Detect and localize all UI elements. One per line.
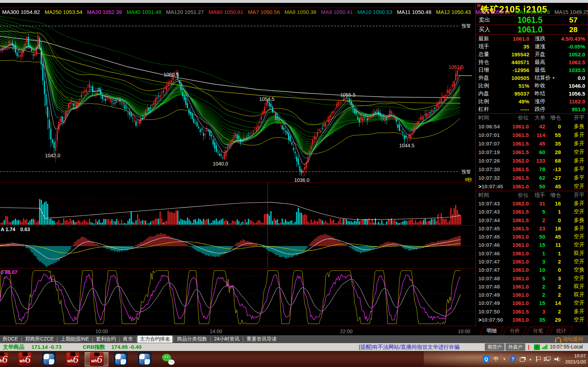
nav-tab[interactable]: 套利合约 (94, 336, 119, 343)
ma-readout-ma14: MA14 1049.78 (515, 9, 550, 15)
taskbar-app-pinwheel[interactable] (109, 352, 132, 367)
chart-area[interactable]: MA300 1054.82MA250 1053.54MA20 1052.39MA… (0, 3, 476, 335)
ma-readout-ma40: MA40 1051.48 (126, 9, 161, 15)
settlement-price-cell[interactable]: 结算价▼0.0 (532, 74, 588, 82)
wenhua-index-label: 文华商品 (3, 344, 24, 351)
tick-row: 10:07:431062.03116多开 (476, 199, 588, 208)
nav-tab[interactable]: 郑商所CZCE (22, 336, 56, 343)
input-method-icon[interactable]: 中 (493, 356, 499, 362)
quote-row: 比例49%涨停1162.0 (476, 98, 588, 106)
crb-index-values: 174.85 -0.40 (111, 344, 141, 350)
headphone-icon (555, 337, 561, 341)
quote-cell: 总量195542 (476, 50, 532, 58)
wh6-app-icon: wh6 (90, 352, 104, 366)
big-order-tick-table[interactable]: 时间价位大单增仓开平10:06:541061.0420多换10:07:01106… (476, 114, 588, 191)
scam-warning-notice: [提醒]有不法网站/直播间假冒文华进行诈骗 (359, 344, 460, 351)
system-tray: Q 中 ▼ ? ▲ ✘ 10:07 2021/1/20 (483, 351, 586, 367)
nav-tab[interactable]: 夜市 (121, 336, 136, 343)
volume-icon[interactable] (554, 357, 560, 362)
quote-cell: 最新1061.0 (476, 35, 532, 42)
quote-cell: 开盘1052.0 (532, 50, 588, 58)
ma-readout-ma7: MA7 1050.56 (248, 9, 280, 15)
windows-taskbar: wh6wh6wh6wh6 Q 中 ▼ ? ▲ ✘ 10:07 2021/1/20 (0, 351, 588, 367)
connection-grid-icon[interactable] (534, 345, 540, 350)
status-divider: | (528, 344, 529, 350)
ma-readout-ma20: MA20 1052.39 (87, 9, 122, 15)
detail-tab-统计[interactable]: 统计 (549, 327, 573, 335)
tick-row: 10:07:481061.022双开 (476, 282, 588, 291)
dropdown-arrow-icon[interactable]: ▼ (503, 357, 506, 361)
window-top-strip (0, 0, 588, 3)
swing-price-label: 1044.5 (399, 143, 414, 148)
action-center-flag-icon[interactable]: ✘ (536, 356, 541, 362)
tick-row: 10:07:471061.0100空换 (476, 266, 588, 274)
detail-tab-明细[interactable]: 明细 (480, 327, 504, 335)
taskbar-app-wh6[interactable]: wh6 (13, 352, 37, 367)
tick-row: >10:07:501061.03529空开 (476, 316, 588, 324)
qq-tray-icon[interactable]: Q (483, 356, 489, 362)
taskbar-app-wechat[interactable] (156, 352, 180, 367)
bar-countdown: 9秒 (465, 177, 472, 183)
nav-tab[interactable]: 所DCE (0, 336, 21, 343)
quote-cell: 外盘100505 (476, 74, 532, 82)
futures-account-button[interactable]: 期货户 (485, 343, 504, 351)
taskbar-app-pinwheel[interactable] (132, 352, 156, 367)
help-tray-icon[interactable]: ? (510, 356, 516, 362)
quote-cell: 日增-12956 (476, 66, 532, 74)
taskbar-app-icons: wh6wh6wh6wh6 (0, 351, 180, 367)
ma-readout-ma10: MA10 1050.53 (357, 9, 392, 15)
tick-row: 10:07:491061.022双开 (476, 291, 588, 299)
tick-row: 10:07:261062.013368多开 (476, 157, 588, 165)
nav-tab[interactable]: 上期能源INE (58, 336, 91, 343)
quote-cell: 比例49% (476, 98, 532, 106)
tray-expand-arrow-icon[interactable]: ▲ (529, 357, 532, 361)
swing-price-label: 1040.0 (213, 161, 228, 167)
quote-cell: 昨结1056.5 (532, 90, 588, 98)
network-status-icon[interactable] (545, 357, 551, 362)
tick-row: 10:07:461061.01511空开 (476, 241, 588, 249)
quote-cell: 速涨-0.05% (532, 42, 588, 50)
tick-row: 10:07:191061.56028空开 (476, 148, 588, 156)
nav-tab[interactable]: 主力合约排名 (137, 336, 172, 343)
quote-cell: 最低1035.5 (532, 66, 588, 74)
quote-row: 日增-12956最低1035.5 (476, 66, 588, 74)
taskbar-app-pinwheel[interactable] (37, 352, 61, 367)
ma-readout-ma11: MA11 1050.48 (397, 9, 431, 15)
nav-tab[interactable]: 24小时资讯 (212, 336, 242, 343)
ma-readout-row: MA300 1054.82MA250 1053.54MA20 1052.39MA… (2, 9, 588, 15)
quote-cell: 昨收1046.0 (532, 82, 588, 90)
taskbar-app-wh6[interactable]: wh6 (0, 352, 13, 367)
tick-row: 10:07:491061.01514空开 (476, 299, 588, 307)
nav-items: 所DCE|郑商所CZCE|上期能源INE|套利合约|夜市|主力合约排名|商品分类… (0, 336, 279, 343)
quote-row: 比例51%昨收1046.0 (476, 82, 588, 90)
wh6-app-icon: wh6 (18, 352, 32, 366)
quote-row: 杠杆-----跌停951.0 (476, 106, 588, 113)
detail-tab-分笔[interactable]: 分笔 (526, 327, 550, 335)
taskbar-clock[interactable]: 10:07 2021/1/20 (565, 353, 586, 365)
settlement-dropdown-icon[interactable]: ▼ (552, 76, 556, 80)
time-axis-label: 10:00 (95, 328, 108, 334)
taskbar-app-wh6[interactable]: wh6 (61, 352, 85, 367)
window-stack-icon[interactable] (520, 358, 525, 362)
quote-row: 外盘100505结算价▼0.0 (476, 74, 588, 82)
taskbar-app-wh6[interactable]: wh6 (85, 352, 109, 367)
signal-strength-icon[interactable] (542, 345, 547, 349)
tick-row: 10:07:451061.05045空开 (476, 233, 588, 241)
candlestick-indicator-chart[interactable] (0, 3, 476, 326)
quote-cell: 涨停1162.0 (532, 98, 588, 106)
quote-cell: 内盘95037 (476, 90, 532, 98)
quote-row: 最新1061.0涨跌4.5/0.43% (476, 35, 588, 42)
overseas-account-button[interactable]: 外盘户 (506, 343, 525, 351)
swing-price-label: 1054.5 (259, 96, 275, 102)
nav-tab[interactable]: 重要资讯导读 (244, 336, 279, 343)
tick-row: 10:06:541061.0420多换 (476, 122, 588, 131)
quote-cell: 比例51% (476, 82, 532, 90)
bid-row[interactable]: 买入 1061.0 28 (476, 25, 588, 35)
nav-tab[interactable]: 商品分类指数 (175, 336, 210, 343)
ask-row[interactable]: 卖出 1061.5 57 (476, 15, 588, 25)
forum-question-link[interactable]: 论坛提问 (555, 336, 583, 342)
quote-cell: 跌停951.0 (532, 106, 588, 113)
tick-row: 10:07:461061.011双开 (476, 249, 588, 258)
detail-tab-分价[interactable]: 分价 (503, 327, 527, 335)
trade-tick-table[interactable]: 时间价位现手增仓开平10:07:431062.03116多开10:07:4310… (476, 191, 588, 324)
